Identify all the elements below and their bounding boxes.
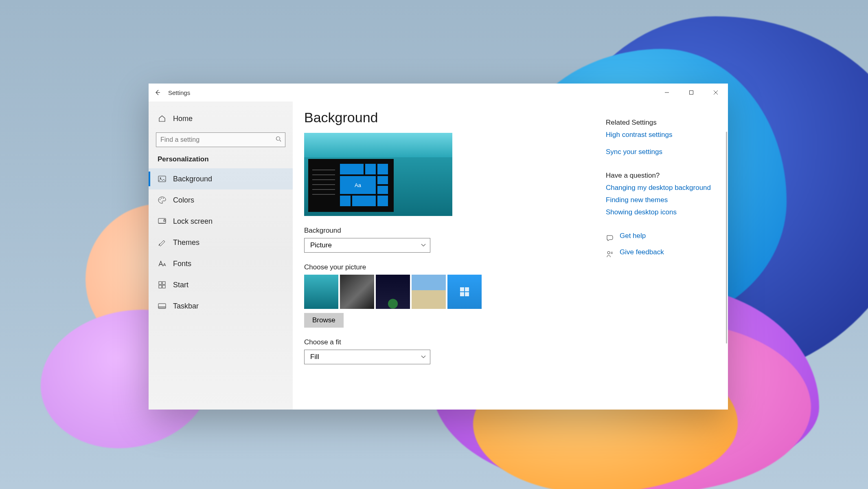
settings-window: Settings Home [149, 84, 728, 410]
palette-icon [158, 196, 167, 204]
lock-screen-icon [158, 218, 167, 225]
nav-label: Taskbar [173, 302, 199, 311]
nav-label: Lock screen [173, 217, 213, 226]
svg-rect-11 [159, 285, 162, 288]
svg-rect-12 [162, 285, 165, 288]
close-button[interactable] [704, 84, 728, 101]
picture-thumb[interactable] [304, 275, 338, 309]
minimize-icon [664, 90, 669, 95]
link-high-contrast[interactable]: High contrast settings [606, 131, 724, 139]
minimize-button[interactable] [655, 84, 679, 101]
feedback-icon [606, 251, 614, 258]
fit-select[interactable]: Fill [304, 350, 430, 364]
svg-rect-2 [158, 176, 166, 182]
link-give-feedback[interactable]: Give feedback [620, 248, 664, 256]
nav-lock-screen[interactable]: Lock screen [149, 211, 293, 232]
nav-themes[interactable]: Themes [149, 232, 293, 253]
picture-icon [158, 176, 167, 182]
nav-label: Background [173, 175, 212, 183]
close-icon [713, 90, 718, 95]
themes-icon [158, 239, 167, 246]
sidebar: Home Personalization Background Colors L… [149, 101, 293, 410]
scrollbar-thumb[interactable] [726, 132, 727, 344]
picture-thumb[interactable] [447, 275, 482, 309]
picture-thumb[interactable] [376, 275, 410, 309]
home-label: Home [173, 115, 193, 123]
fit-value: Fill [310, 353, 319, 361]
choose-picture-label: Choose your picture [304, 263, 606, 271]
search-input[interactable] [156, 132, 285, 147]
background-type-value: Picture [310, 241, 332, 249]
back-arrow-icon [154, 89, 161, 96]
nav-colors[interactable]: Colors [149, 189, 293, 211]
link-desktop-icons[interactable]: Showing desktop icons [606, 208, 724, 216]
svg-point-6 [163, 198, 164, 199]
svg-rect-0 [690, 91, 693, 95]
chevron-down-icon [421, 244, 426, 247]
browse-button[interactable]: Browse [304, 313, 344, 328]
picture-thumbnails [304, 275, 606, 309]
link-change-background[interactable]: Changing my desktop background [606, 184, 724, 192]
picture-thumb[interactable] [340, 275, 374, 309]
maximize-icon [689, 90, 694, 95]
titlebar: Settings [149, 84, 728, 101]
scrollbar[interactable] [726, 101, 728, 410]
category-heading: Personalization [149, 149, 293, 168]
nav-background[interactable]: Background [149, 168, 293, 189]
fonts-icon [158, 260, 167, 267]
background-type-label: Background [304, 227, 606, 235]
nav-label: Fonts [173, 260, 191, 268]
svg-rect-9 [159, 282, 162, 284]
picture-thumb[interactable] [412, 275, 446, 309]
chevron-down-icon [421, 355, 426, 359]
nav-label: Start [173, 281, 189, 289]
link-find-themes[interactable]: Finding new themes [606, 196, 724, 204]
have-question-title: Have a question? [606, 172, 724, 180]
right-rail: Related Settings High contrast settings … [606, 110, 724, 410]
fit-label: Choose a fit [304, 338, 606, 346]
main-area: Background Aa Background [293, 101, 728, 410]
svg-rect-10 [162, 282, 165, 284]
svg-point-15 [607, 251, 610, 254]
home-nav[interactable]: Home [149, 108, 293, 129]
background-type-select[interactable]: Picture [304, 238, 430, 253]
nav-label: Colors [173, 196, 194, 205]
related-settings-title: Related Settings [606, 119, 724, 127]
home-icon [158, 115, 167, 122]
nav-label: Themes [173, 238, 199, 247]
help-icon [606, 235, 614, 241]
svg-point-3 [160, 177, 161, 178]
nav-taskbar[interactable]: Taskbar [149, 295, 293, 317]
taskbar-icon [158, 303, 167, 309]
nav-start[interactable]: Start [149, 274, 293, 295]
nav-fonts[interactable]: Fonts [149, 253, 293, 274]
svg-rect-14 [158, 307, 166, 308]
back-button[interactable] [149, 84, 167, 101]
app-title: Settings [168, 89, 190, 96]
page-title: Background [304, 110, 606, 126]
background-preview: Aa [304, 133, 452, 216]
link-sync-settings[interactable]: Sync your settings [606, 148, 724, 156]
maximize-button[interactable] [679, 84, 704, 101]
svg-point-5 [161, 198, 162, 199]
link-get-help[interactable]: Get help [620, 232, 646, 240]
start-icon [158, 281, 167, 289]
preview-sample-text: Aa [340, 176, 376, 194]
svg-point-4 [160, 199, 160, 200]
svg-rect-8 [164, 220, 165, 222]
